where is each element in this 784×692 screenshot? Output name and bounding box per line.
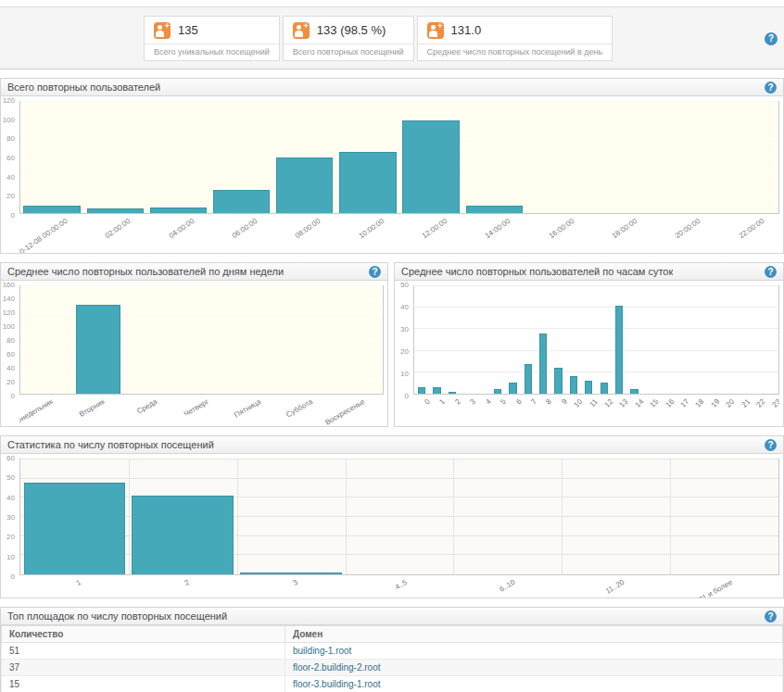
bar-slot (72, 286, 124, 394)
panel-total-repeat-users: Всего повторных пользователей ? 02040608… (0, 78, 784, 254)
x-tick-label: 22:00:00 (737, 217, 765, 240)
y-tick-label: 20 (6, 193, 15, 200)
user-add-icon: + (154, 22, 171, 39)
bar-slot (688, 286, 702, 394)
bar (509, 383, 516, 394)
bar (585, 381, 592, 394)
user-add-icon: + (293, 22, 310, 39)
help-icon[interactable]: ? (765, 266, 777, 278)
y-tick-label: 40 (6, 174, 15, 182)
y-tick-label: 160 (3, 282, 15, 289)
bar-slot (279, 286, 331, 394)
x-tick-label: 23 (770, 397, 779, 409)
bar (23, 206, 80, 213)
user-add-icon: + (427, 22, 444, 39)
bar-slot (733, 286, 748, 394)
panel-top-sites: Топ площадок по числу повторных посещени… (0, 607, 784, 692)
x-axis: 2020-12-08 00:00:0002:00:0004:00:0006:00… (19, 214, 779, 253)
bar (630, 389, 638, 394)
x-tick-label: Пятница (233, 397, 262, 420)
bar (76, 305, 120, 394)
help-icon[interactable]: ? (765, 610, 777, 623)
bar (615, 306, 623, 394)
panel-header: Статистика по числу повторных посещений … (1, 436, 783, 454)
bar-slot (227, 286, 279, 394)
x-axis: 1234..56..1011..2021 и более (19, 575, 779, 598)
bar-slot (20, 286, 72, 394)
bar-slot (626, 286, 641, 394)
help-icon[interactable]: ? (765, 32, 778, 45)
panel-by-hour: Среднее число повторных пользователей по… (394, 262, 784, 427)
bar-slot (237, 459, 346, 574)
help-icon[interactable]: ? (765, 439, 777, 451)
bar-slot (589, 102, 652, 213)
bar (494, 389, 501, 394)
x-tick-label: 04:00:00 (167, 217, 196, 240)
bar-slot (562, 459, 670, 574)
kpi-label: Всего уникальных посещений (145, 44, 279, 60)
y-tick-label: 20 (6, 379, 15, 386)
y-tick-label: 60 (6, 455, 15, 462)
bar-slot (672, 286, 687, 394)
x-tick-label: Понедельник (19, 397, 55, 426)
x-tick-label: Суббота (285, 397, 315, 419)
domain-cell[interactable]: floor-3.building-1.root (285, 676, 783, 692)
y-tick-label: 0 (11, 393, 15, 400)
bar (150, 208, 207, 213)
x-axis: ПонедельникВторникСредаЧетвергПятницаСуб… (19, 395, 384, 426)
chart-by-weekday: 020406080100120140160 ПонедельникВторник… (1, 281, 387, 426)
bar-slot (550, 286, 565, 394)
bar-slot (210, 102, 273, 213)
bar-slot (536, 286, 550, 394)
kpi-card-unique-visits: + 135 Всего уникальных посещений (144, 16, 280, 61)
bar (276, 157, 333, 213)
help-icon[interactable]: ? (765, 82, 777, 94)
bar-slot (521, 286, 536, 394)
column-header-domain[interactable]: Домен (285, 626, 783, 643)
panel-visit-count-stats: Статистика по числу повторных посещений … (0, 435, 784, 598)
bar-slot (462, 102, 525, 213)
bar-slot (581, 286, 596, 394)
bar-slot (399, 102, 462, 213)
bar-slot (429, 286, 444, 394)
plus-glyph: + (165, 22, 170, 31)
kpi-label: Всего повторных посещений (284, 44, 413, 60)
y-tick-label: 10 (400, 371, 409, 378)
bar-slot (273, 102, 336, 213)
y-tick-label: 0 (11, 573, 15, 581)
kpi-value: 135 (178, 23, 198, 37)
bar-slot (445, 286, 460, 394)
bar-slot (346, 459, 454, 574)
bar-slot (475, 286, 490, 394)
bar (449, 392, 456, 394)
count-cell: 15 (2, 676, 285, 692)
column-header-count[interactable]: Количество (2, 626, 285, 643)
y-tick-label: 120 (3, 309, 15, 317)
bar-slot (490, 286, 505, 394)
y-axis: 01020304050 (395, 285, 411, 396)
domain-cell[interactable]: building-1.root (285, 643, 783, 660)
help-icon[interactable]: ? (369, 266, 381, 278)
plus-glyph: + (304, 22, 309, 31)
y-tick-label: 10 (6, 554, 15, 561)
table-header-row: Количество Домен (2, 626, 783, 643)
bar (525, 364, 532, 394)
chart-total-repeat-users: 020406080100120 2020-12-08 00:00:0002:00… (1, 96, 783, 253)
y-tick-label: 80 (6, 135, 15, 143)
bar (601, 383, 608, 394)
x-tick-label: 2020-12-08 00:00:00 (19, 217, 69, 253)
bar-slot (670, 459, 778, 574)
y-axis: 020406080100120140160 (1, 285, 18, 396)
bar-slot (642, 286, 657, 394)
x-tick-label: 06:00:00 (231, 217, 259, 240)
top-sites-table: Количество Домен 51building-1.root37floo… (1, 625, 783, 692)
x-tick-label: Среда (135, 397, 158, 416)
x-tick-label: 16:00:00 (547, 217, 575, 240)
bar-slot (20, 459, 129, 574)
bar-slot (453, 459, 562, 574)
y-tick-label: 60 (6, 351, 15, 359)
bar-slot (331, 286, 383, 394)
top-strip (0, 0, 784, 7)
bar-slot (146, 102, 209, 213)
domain-cell[interactable]: floor-2.building-2.root (285, 660, 783, 676)
